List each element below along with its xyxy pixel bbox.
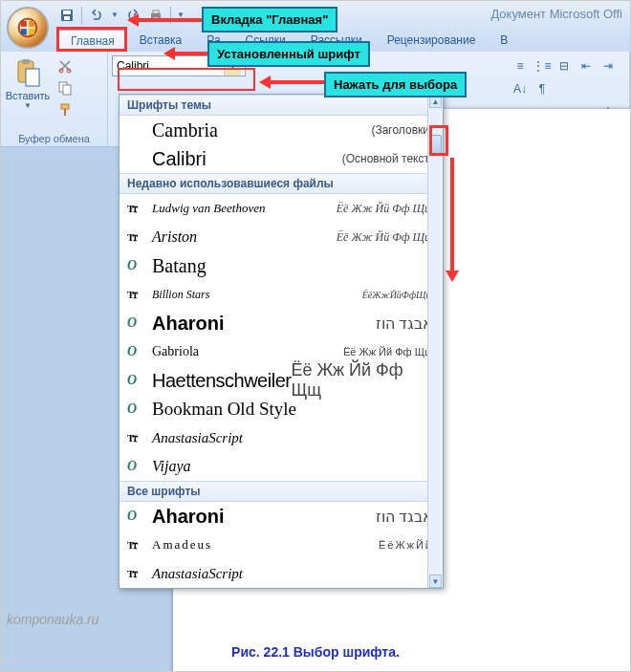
scroll-up-button[interactable]: ▲ — [429, 95, 442, 108]
document-title: Документ Microsoft Offi — [490, 7, 622, 21]
font-name: Billion Stars — [152, 288, 209, 302]
font-option[interactable]: TᴛBillion StarsЁёЖжЙйФфЩщ — [120, 280, 443, 309]
opentype-icon: O — [127, 459, 144, 474]
svg-rect-7 — [64, 16, 70, 20]
scroll-thumb[interactable] — [429, 135, 442, 154]
opentype-icon: O — [127, 373, 144, 388]
font-option[interactable]: OBatang — [120, 251, 443, 280]
dropdown-section-header: Недавно использовавшиеся файлы — [120, 173, 443, 194]
truetype-icon: Tᴛ — [127, 539, 144, 552]
font-name-box: ▼ — [112, 55, 246, 76]
clipboard-group-label: Буфер обмена — [5, 131, 103, 146]
svg-rect-6 — [63, 11, 71, 14]
font-sample: אבגד הוז — [376, 314, 433, 333]
svg-rect-12 — [22, 59, 30, 64]
font-sample: ЁёЖжЙйФфЩщ — [362, 290, 433, 300]
paste-button[interactable]: Вставить ▼ — [5, 55, 51, 112]
save-icon[interactable] — [58, 7, 76, 24]
font-option[interactable]: Calibri(Основной текст) — [120, 144, 443, 173]
quick-print-icon[interactable] — [147, 7, 164, 24]
svg-rect-17 — [63, 85, 71, 95]
figure-caption: Рис. 22.1 Выбор шрифта. — [1, 644, 630, 660]
tab-2[interactable]: Ра — [194, 29, 232, 52]
truetype-icon: Tᴛ — [127, 432, 144, 444]
font-name: Aharoni — [152, 506, 225, 528]
font-sample: Ёё Жж Йй Фф Щщ — [343, 346, 433, 358]
svg-rect-4 — [29, 29, 34, 34]
font-name: Aharoni — [152, 313, 225, 335]
cut-button[interactable] — [54, 55, 76, 76]
office-button[interactable] — [7, 7, 49, 49]
undo-icon[interactable] — [88, 7, 105, 24]
font-option[interactable]: OVijaya — [120, 452, 443, 481]
font-name: AnastasiaScript — [152, 430, 243, 446]
svg-rect-13 — [26, 69, 39, 86]
font-option[interactable]: TᴛAnastasiaScript — [120, 559, 443, 588]
font-dropdown-button[interactable]: ▼ — [224, 56, 241, 76]
redo-icon[interactable] — [124, 7, 141, 24]
font-sample: (Заголовки) — [371, 123, 433, 137]
opentype-icon: O — [127, 509, 144, 524]
tab-1[interactable]: Вставка — [127, 29, 195, 52]
svg-rect-19 — [64, 109, 66, 116]
show-marks-button[interactable]: ¶ — [532, 78, 553, 99]
sort-button[interactable]: A↓ — [510, 78, 531, 99]
dropdown-section-header: Шрифты темы — [120, 95, 443, 116]
clipboard-group: Вставить ▼ Буфер обмена ◢ — [1, 52, 108, 146]
font-option[interactable]: TᴛAnastasiaScript — [120, 423, 443, 452]
tab-3[interactable]: Ссылки — [233, 29, 298, 52]
increase-indent-button[interactable]: ⇥ — [598, 55, 619, 76]
font-sample: Ёё Жж Йй Фф Щщ — [337, 202, 433, 216]
font-sample: (Основной текст) — [342, 152, 433, 165]
opentype-icon: O — [127, 401, 144, 417]
truetype-icon: Tᴛ — [127, 231, 144, 244]
paste-icon — [12, 57, 43, 88]
font-name: Vijaya — [152, 458, 191, 475]
font-option[interactable]: TᴛAristonЁё Жж Йй Фф Щщ — [120, 223, 443, 251]
office-logo-icon — [14, 14, 41, 41]
ribbon-tabs: ГлавнаяВставкаРаСсылкиРассылкиРецензиров… — [1, 29, 630, 52]
svg-rect-1 — [21, 21, 27, 27]
font-name: Haettenschweiler — [152, 370, 291, 392]
font-option[interactable]: Cambria(Заголовки) — [120, 116, 443, 144]
quick-access-toolbar: ▼ ▼ — [58, 7, 185, 24]
undo-dropdown-icon[interactable]: ▼ — [111, 11, 119, 19]
opentype-icon: O — [127, 258, 144, 273]
tab-4[interactable]: Рассылки — [298, 29, 375, 52]
format-painter-icon — [57, 102, 73, 118]
font-sample: אבגד הוז — [376, 508, 433, 526]
tab-0[interactable]: Главная — [58, 30, 127, 52]
watermark: komponauka.ru — [7, 612, 99, 627]
font-name: Bookman Old Style — [152, 399, 296, 420]
font-option[interactable]: OHaettenschweilerЁё Жж Йй Фф Щщ — [120, 366, 443, 395]
scroll-down-button[interactable]: ▼ — [429, 574, 442, 588]
copy-button[interactable] — [54, 77, 76, 98]
truetype-icon: Tᴛ — [127, 203, 144, 215]
font-name: Ariston — [152, 228, 197, 246]
font-option[interactable]: OAharoniאבגד הוז — [120, 502, 443, 531]
paste-dropdown-icon[interactable]: ▼ — [24, 101, 32, 110]
font-option[interactable]: OAharoniאבגד הוז — [120, 309, 443, 337]
font-sample: ЁёЖжЙй — [379, 539, 433, 551]
opentype-icon: O — [127, 315, 144, 331]
long-red-arrow — [450, 158, 454, 272]
svg-rect-9 — [153, 11, 159, 13]
font-option[interactable]: TᴛAmadeusЁёЖжЙй — [120, 531, 443, 559]
svg-rect-18 — [61, 104, 69, 109]
tab-5[interactable]: Рецензирование — [375, 29, 489, 52]
decrease-indent-button[interactable]: ⇤ — [576, 55, 597, 76]
tab-6[interactable]: В — [488, 29, 520, 52]
font-dropdown-list: Шрифты темыCambria(Заголовки)Calibri(Осн… — [119, 94, 444, 589]
qat-customize-icon[interactable]: ▼ — [177, 11, 185, 19]
copy-icon — [57, 80, 73, 96]
font-option[interactable]: TᴛLudwig van BeethovenЁё Жж Йй Фф Щщ — [120, 194, 443, 223]
font-name: Gabriola — [152, 344, 199, 359]
multilevel-button[interactable]: ⊟ — [554, 55, 575, 76]
font-sample: Ёё Жж Йй Фф Щщ — [291, 360, 433, 401]
font-name-input[interactable] — [113, 56, 224, 76]
scrollbar[interactable]: ▲ ▼ — [427, 95, 443, 588]
numbering-button[interactable]: ⋮≡ — [532, 55, 553, 76]
format-painter-button[interactable] — [54, 99, 76, 120]
bullets-button[interactable]: ≡ — [510, 55, 531, 76]
svg-rect-2 — [29, 21, 34, 27]
